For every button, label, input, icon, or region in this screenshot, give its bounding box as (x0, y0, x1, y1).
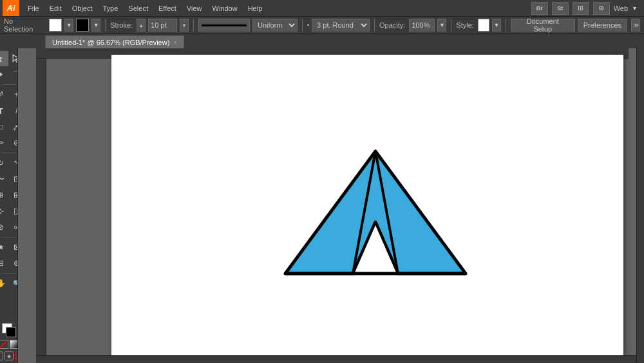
background-swatch[interactable] (6, 327, 16, 337)
paintbrush-tool[interactable]: 〆 (9, 119, 18, 135)
shape-builder-group: ⊕ ⊞ (0, 187, 18, 203)
fill-swatch[interactable] (49, 19, 62, 32)
extra-swatches (0, 340, 18, 349)
pencil-tool[interactable]: ✏ (0, 135, 8, 151)
shape-group: □ 〆 (0, 119, 18, 135)
gradient-tool[interactable]: ◫ (9, 203, 18, 219)
document-tab[interactable]: Untitled-1* @ 66.67% (RGB/Preview) × (45, 35, 184, 48)
separator-1 (105, 19, 106, 32)
shape-builder-tool[interactable]: ⊕ (0, 187, 8, 203)
menu-type[interactable]: Type (99, 3, 123, 14)
style-label: Style: (456, 21, 474, 29)
menu-window[interactable]: Window (208, 3, 242, 14)
right-scrollbar[interactable] (636, 48, 644, 363)
separator-6 (506, 19, 506, 32)
eyedropper-tool[interactable]: ⊘ (0, 219, 8, 235)
free-transform-tool[interactable]: ⊡ (9, 171, 18, 187)
target-icon-btn[interactable]: ⊕ (593, 2, 610, 15)
control-bar-more-btn[interactable]: ≫ (631, 19, 640, 32)
ai-logo: Ai (3, 0, 19, 16)
stroke-up-btn[interactable]: ▲ (137, 19, 146, 32)
stock-icon-btn[interactable]: St (552, 2, 569, 15)
gradient-mode-btn[interactable]: ◈ (5, 351, 14, 360)
brush-select[interactable]: 3 pt. Round (312, 19, 370, 32)
tab-bar: Untitled-1* @ 66.67% (RGB/Preview) × (0, 34, 644, 48)
eraser-tool[interactable]: ⊘ (9, 135, 18, 151)
tab-close-btn[interactable]: × (173, 39, 176, 46)
stroke-line-inner (202, 24, 247, 26)
web-dropdown-arrow[interactable]: ▼ (632, 5, 638, 12)
symbol-sprayer-tool[interactable]: ★ (0, 239, 8, 255)
document-setup-button[interactable]: Document Setup (511, 19, 575, 32)
toolbar: ✦ ⌒ + T / □ 〆 ✏ ⊘ ↻ ⤡ (0, 48, 18, 363)
preferences-button[interactable]: Preferences (578, 19, 627, 32)
column-graph-tool[interactable]: ⊠ (9, 239, 18, 255)
artboard-tool[interactable]: ⊟ (0, 256, 8, 271)
warp-group: 〜 ⊡ (0, 171, 18, 187)
tool-sep-1 (2, 84, 16, 85)
opacity-dropdown-btn[interactable]: ▼ (437, 19, 446, 32)
stroke-line-preview[interactable] (198, 19, 250, 32)
type-tool[interactable]: T (0, 103, 8, 118)
tool-sep-3 (2, 237, 16, 237)
separator-3 (302, 19, 303, 32)
blend-tool[interactable]: ∞ (9, 219, 18, 235)
direct-selection-tool[interactable] (9, 51, 18, 66)
opacity-input[interactable] (409, 19, 435, 32)
none-swatch[interactable] (0, 340, 8, 349)
add-anchor-tool[interactable]: + (9, 87, 18, 102)
hand-zoom-group: ✋ 🔍 (0, 275, 18, 291)
stroke-value-input[interactable] (148, 19, 177, 32)
control-bar: No Selection ▼ ▼ Stroke: ▲ ▼ Uniform • 3… (0, 16, 644, 34)
menu-edit[interactable]: Edit (45, 3, 66, 14)
color-swatches: ◼ ◈ (0, 323, 18, 360)
color-mode-btn[interactable]: ◼ (0, 351, 3, 360)
warp-tool[interactable]: 〜 (0, 171, 8, 187)
gradient-swatch[interactable] (10, 340, 19, 349)
style-dropdown-btn[interactable]: ▼ (492, 19, 501, 32)
svg-marker-0 (0, 55, 3, 62)
tent-illustration (279, 145, 472, 286)
scale-tool[interactable]: ⤡ (9, 155, 18, 171)
main-area: ✦ ⌒ + T / □ 〆 ✏ ⊘ ↻ ⤡ (0, 48, 644, 363)
bottom-scrollbar[interactable] (36, 355, 636, 363)
canvas-area[interactable] (18, 48, 636, 363)
style-swatch[interactable] (478, 19, 489, 32)
pencil-group: ✏ ⊘ (0, 135, 18, 151)
stroke-type-select[interactable]: Uniform (252, 19, 298, 32)
menu-bar: Ai File Edit Object Type Select Effect V… (0, 0, 644, 16)
zoom-tool[interactable]: 🔍 (9, 275, 18, 291)
rectangle-tool[interactable]: □ (0, 119, 8, 135)
grid-icon-btn[interactable]: ⊞ (573, 2, 589, 15)
lasso-tool[interactable]: ⌒ (9, 67, 18, 82)
selection-tool[interactable] (0, 51, 8, 66)
stroke-down-btn[interactable]: ▼ (180, 19, 189, 32)
line-tool[interactable]: / (9, 103, 18, 118)
magic-wand-tool[interactable]: ✦ (0, 67, 8, 82)
pen-group: + (0, 87, 18, 102)
menu-help[interactable]: Help (243, 3, 267, 14)
ruler-left (36, 59, 46, 355)
symbol-group: ★ ⊠ (0, 239, 18, 255)
menu-file[interactable]: File (23, 3, 44, 14)
rotate-tool[interactable]: ↻ (0, 155, 8, 171)
bridge-icon-btn[interactable]: Br (531, 2, 548, 15)
separator-5 (451, 19, 451, 32)
menu-select[interactable]: Select (124, 3, 153, 14)
web-label: Web (614, 5, 628, 12)
separator-2 (193, 19, 194, 32)
type-group: T / (0, 103, 18, 118)
menu-effect[interactable]: Effect (154, 3, 181, 14)
perspective-grid-tool[interactable]: ⊞ (9, 187, 18, 203)
tool-sep-2 (2, 153, 16, 153)
pen-tool[interactable] (0, 87, 8, 102)
menu-object[interactable]: Object (68, 3, 97, 14)
fill-dropdown-btn[interactable]: ▼ (64, 19, 73, 32)
mesh-tool[interactable]: ⊹ (0, 203, 8, 219)
stroke-swatch[interactable] (76, 19, 89, 32)
hand-tool[interactable]: ✋ (0, 275, 8, 291)
stroke-dropdown-btn[interactable]: ▼ (91, 19, 100, 32)
slice-tool[interactable]: ⊛ (9, 256, 18, 271)
menu-view[interactable]: View (182, 3, 207, 14)
svg-point-2 (1, 91, 3, 93)
